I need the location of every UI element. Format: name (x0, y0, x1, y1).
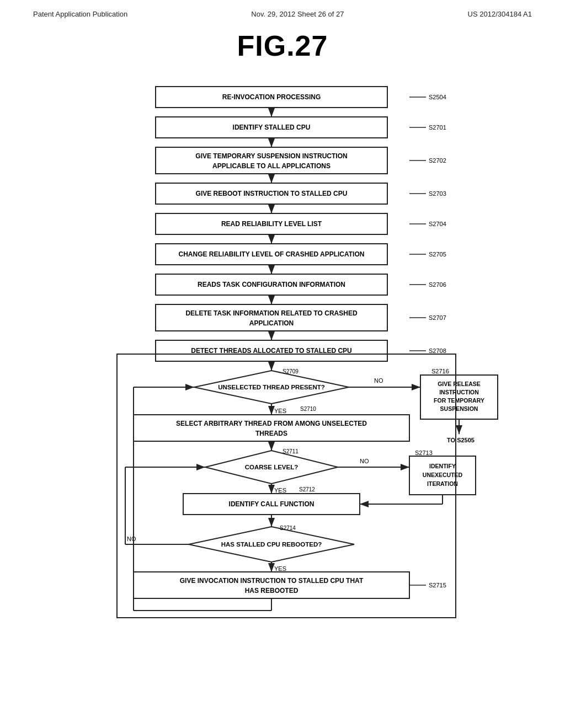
s2713-label1: IDENTIFY (429, 463, 456, 469)
s2707-label2: APPLICATION (249, 319, 294, 327)
s2712-label: IDENTIFY CALL FUNCTION (229, 500, 315, 508)
s2711-yes: YES (274, 487, 286, 494)
s2702-step: S2702 (429, 157, 446, 164)
header-middle: Nov. 29, 2012 Sheet 26 of 27 (251, 10, 344, 18)
s2707-step: S2707 (429, 314, 446, 321)
s2704-step: S2704 (429, 221, 446, 227)
s2704-label: READ RELIABILITY LEVEL LIST (221, 220, 322, 228)
s2710-label1: SELECT ARBITRARY THREAD FROM AMONG UNSEL… (176, 420, 367, 427)
s2504-step: S2504 (429, 94, 446, 100)
s2714-yes: YES (274, 565, 286, 572)
diagram-container: RE-INVOCATION PROCESSING S2504 IDENTIFY … (0, 76, 565, 704)
s2712-arc: S2712 (299, 486, 315, 493)
s2710-arc: S2710 (300, 406, 316, 412)
s2715-label2: HAS REBOOTED (245, 587, 299, 595)
page-header: Patent Application Publication Nov. 29, … (0, 0, 565, 24)
s2705-step: S2705 (429, 251, 446, 258)
header-right: US 2012/304184 A1 (468, 10, 532, 18)
s2701-step: S2701 (429, 124, 446, 131)
s2714-no: NO (127, 536, 136, 542)
fig-title: FIG.27 (0, 29, 565, 62)
s2716-label3: FOR TEMPORARY (434, 397, 484, 404)
s2715-step: S2715 (429, 582, 446, 588)
s2716-step: S2716 (431, 368, 449, 374)
s2703-label: GIVE REBOOT INSTRUCTION TO STALLED CPU (196, 190, 348, 197)
header-left: Patent Application Publication (33, 10, 127, 18)
s2705-label: CHANGE RELIABILITY LEVEL OF CRASHED APPL… (179, 250, 365, 258)
s2711-label: COARSE LEVEL? (245, 464, 298, 470)
s2702-label2: APPLICABLE TO ALL APPLICATIONS (212, 162, 331, 170)
s2716-label1: GIVE RELEASE (438, 381, 481, 387)
s2708-label: DETECT THREADS ALLOCATED TO STALLED CPU (191, 347, 352, 355)
s2713-label2: UNEXECUTED (423, 472, 463, 478)
flowchart-svg: RE-INVOCATION PROCESSING S2504 IDENTIFY … (45, 76, 520, 682)
s2707-label1: DELETE TASK INFORMATION RELATED TO CRASH… (185, 309, 357, 317)
s2716-label2: INSTRUCTION (439, 389, 479, 395)
s2709-no: NO (374, 377, 383, 384)
s2709-yes: YES (274, 408, 286, 414)
s2709-arc: S2709 (282, 368, 299, 374)
s2713-step: S2713 (415, 449, 433, 456)
s2708-step: S2708 (429, 347, 446, 354)
s2706-step: S2706 (429, 281, 446, 288)
to-s2505: TO S2505 (447, 437, 475, 443)
s2714-arc: S2714 (280, 525, 296, 531)
s2706-label: READS TASK CONFIGURATION INFORMATION (198, 281, 345, 288)
s2702-label1: GIVE TEMPORARY SUSPENSION INSTRUCTION (195, 152, 347, 160)
s2711-no: NO (360, 458, 369, 464)
s2714-label: HAS STALLED CPU REBOOTED? (221, 541, 322, 548)
s2703-step: S2703 (429, 190, 446, 197)
s2711-arc: S2711 (282, 448, 299, 454)
s2504-label: RE-INVOCATION PROCESSING (222, 93, 321, 101)
s2715-label1: GIVE INVOCATION INSTRUCTION TO STALLED C… (180, 577, 364, 585)
s2716-label4: SUSPENSION (440, 405, 478, 412)
s2701-label: IDENTIFY STALLED CPU (233, 124, 311, 131)
s2713-label3: ITERATION (427, 480, 458, 487)
s2710-label2: THREADS (255, 430, 287, 437)
s2709-label: UNSELECTED THREAD PRESENT? (218, 384, 325, 390)
